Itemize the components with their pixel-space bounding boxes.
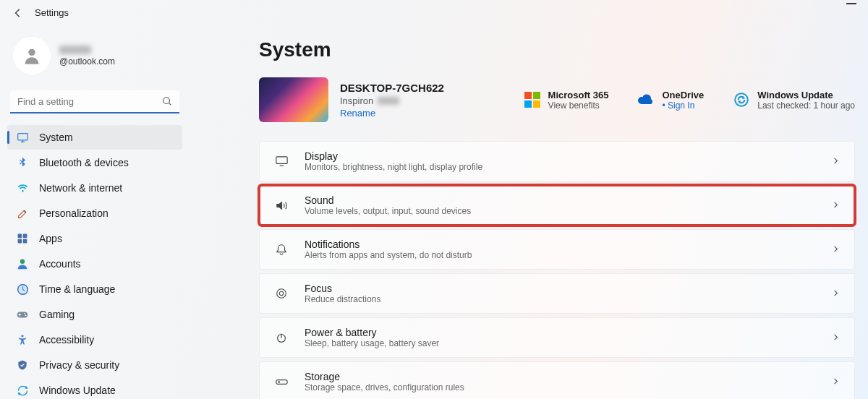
sidebar: @outlook.com System Bluetooth & devices … bbox=[0, 25, 190, 399]
sidebar-item-label: Windows Update bbox=[39, 385, 116, 396]
sidebar-item-label: Personalization bbox=[39, 207, 109, 219]
svg-point-12 bbox=[25, 314, 27, 316]
sidebar-item-accounts[interactable]: Accounts bbox=[7, 252, 182, 276]
bell-icon bbox=[274, 242, 289, 257]
sidebar-item-label: System bbox=[39, 132, 73, 143]
svg-point-16 bbox=[277, 289, 286, 299]
power-icon bbox=[274, 330, 289, 345]
minimize-button[interactable] bbox=[846, 3, 856, 4]
sidebar-item-bluetooth[interactable]: Bluetooth & devices bbox=[7, 150, 182, 175]
main-content: System DESKTOP-7GCH622 Inspiron Rename M… bbox=[190, 25, 868, 399]
sidebar-item-label: Gaming bbox=[39, 309, 75, 320]
bluetooth-icon bbox=[16, 156, 29, 169]
svg-point-13 bbox=[21, 335, 23, 337]
device-model: Inspiron bbox=[340, 95, 444, 106]
display-icon bbox=[274, 154, 289, 168]
focus-icon bbox=[274, 286, 289, 301]
svg-rect-3 bbox=[18, 234, 22, 239]
sidebar-item-label: Time & language bbox=[39, 283, 115, 295]
svg-rect-15 bbox=[276, 156, 286, 163]
device-row: DESKTOP-7GCH622 Inspiron Rename Microsof… bbox=[259, 77, 855, 122]
card-sound[interactable]: SoundVolume levels, output, input, sound… bbox=[259, 185, 855, 226]
chevron-right-icon bbox=[832, 375, 840, 388]
chevron-right-icon bbox=[832, 199, 840, 212]
sidebar-item-update[interactable]: Windows Update bbox=[7, 378, 182, 399]
sidebar-item-label: Accounts bbox=[39, 258, 81, 270]
wifi-icon bbox=[16, 181, 29, 194]
status-onedrive[interactable]: OneDrive• Sign In bbox=[637, 90, 704, 111]
status-update[interactable]: Windows UpdateLast checked: 1 hour ago bbox=[733, 90, 855, 111]
chevron-right-icon bbox=[832, 331, 840, 344]
svg-point-1 bbox=[163, 98, 170, 104]
sidebar-nav: System Bluetooth & devices Network & int… bbox=[7, 125, 182, 399]
profile[interactable]: @outlook.com bbox=[7, 33, 182, 86]
search-box[interactable] bbox=[10, 90, 179, 113]
status-ms365[interactable]: Microsoft 365View benefits bbox=[524, 90, 609, 111]
sound-icon bbox=[274, 198, 289, 213]
privacy-icon bbox=[16, 359, 29, 372]
gaming-icon bbox=[16, 308, 29, 321]
system-icon bbox=[16, 131, 29, 144]
svg-rect-19 bbox=[276, 379, 286, 384]
sidebar-item-personalization[interactable]: Personalization bbox=[7, 201, 182, 226]
card-display[interactable]: DisplayMonitors, brightness, night light… bbox=[259, 141, 855, 181]
sidebar-item-label: Accessibility bbox=[39, 334, 94, 346]
profile-email: @outlook.com bbox=[59, 56, 115, 66]
avatar bbox=[13, 37, 51, 74]
svg-point-17 bbox=[279, 291, 283, 295]
svg-point-14 bbox=[735, 93, 748, 106]
svg-rect-2 bbox=[17, 133, 27, 140]
device-thumbnail bbox=[259, 77, 328, 122]
ms365-icon bbox=[524, 91, 541, 108]
svg-point-11 bbox=[24, 313, 25, 314]
svg-point-0 bbox=[28, 49, 35, 56]
card-power[interactable]: Power & batterySleep, battery usage, bat… bbox=[259, 317, 855, 358]
svg-rect-6 bbox=[23, 239, 27, 244]
settings-cards: DisplayMonitors, brightness, night light… bbox=[259, 141, 855, 399]
header-title: Settings bbox=[35, 7, 69, 18]
card-storage[interactable]: StorageStorage space, drives, configurat… bbox=[259, 361, 855, 399]
accessibility-icon bbox=[16, 333, 29, 346]
sidebar-item-network[interactable]: Network & internet bbox=[7, 176, 182, 200]
back-button[interactable] bbox=[13, 8, 23, 18]
onedrive-icon bbox=[637, 91, 655, 108]
sidebar-item-label: Network & internet bbox=[39, 182, 122, 194]
device-name: DESKTOP-7GCH622 bbox=[340, 82, 444, 94]
sidebar-item-apps[interactable]: Apps bbox=[7, 226, 182, 251]
time-icon bbox=[16, 283, 29, 296]
page-title: System bbox=[259, 38, 855, 61]
sidebar-item-time[interactable]: Time & language bbox=[7, 277, 182, 301]
sidebar-item-accessibility[interactable]: Accessibility bbox=[7, 327, 182, 352]
sidebar-item-gaming[interactable]: Gaming bbox=[7, 302, 182, 327]
chevron-right-icon bbox=[832, 287, 840, 300]
rename-link[interactable]: Rename bbox=[340, 108, 444, 119]
svg-point-20 bbox=[278, 381, 279, 382]
update-icon bbox=[16, 384, 29, 397]
card-notifications[interactable]: NotificationsAlerts from apps and system… bbox=[259, 229, 855, 270]
paint-icon bbox=[16, 207, 29, 220]
account-icon bbox=[16, 257, 29, 270]
storage-icon bbox=[274, 374, 289, 389]
chevron-right-icon bbox=[832, 155, 840, 168]
svg-point-7 bbox=[20, 259, 25, 264]
sidebar-item-label: Apps bbox=[39, 233, 62, 244]
card-focus[interactable]: FocusReduce distractions bbox=[259, 273, 855, 314]
svg-rect-5 bbox=[18, 239, 22, 244]
search-input[interactable] bbox=[10, 90, 179, 113]
apps-icon bbox=[16, 232, 29, 245]
sidebar-item-privacy[interactable]: Privacy & security bbox=[7, 353, 182, 377]
chevron-right-icon bbox=[832, 243, 840, 256]
sidebar-item-label: Privacy & security bbox=[39, 359, 119, 371]
window-header: Settings bbox=[0, 0, 868, 25]
sidebar-item-system[interactable]: System bbox=[7, 125, 182, 150]
windows-update-icon bbox=[733, 91, 750, 108]
profile-name-redacted bbox=[59, 46, 91, 54]
sidebar-item-label: Bluetooth & devices bbox=[39, 157, 129, 168]
search-icon bbox=[162, 96, 172, 106]
svg-rect-4 bbox=[23, 234, 27, 239]
